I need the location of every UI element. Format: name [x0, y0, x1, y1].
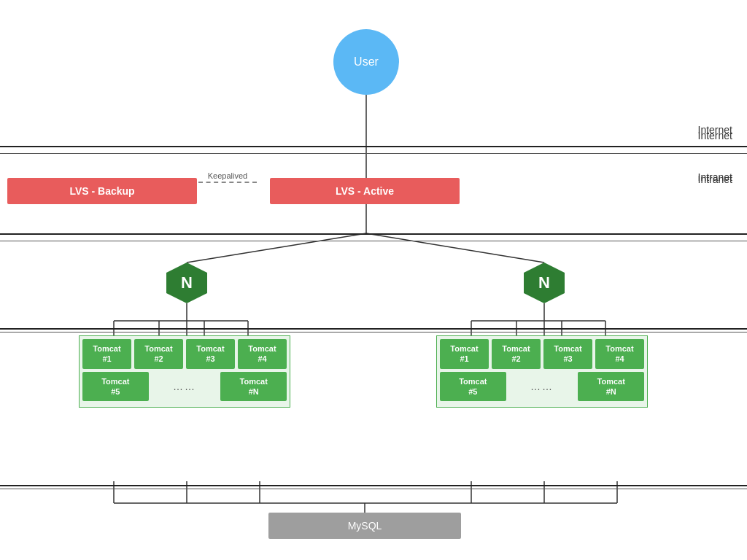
divider-tomcat-top	[0, 328, 747, 330]
divider-tomcat-bottom-2	[0, 489, 747, 489]
tomcat-left-group: Tomcat#1 Tomcat#2 Tomcat#3 Tomcat#4 Tomc…	[79, 335, 290, 408]
nginx-left-label: N	[181, 273, 193, 292]
divider-internet	[0, 146, 747, 147]
user-label: User	[354, 55, 379, 69]
nginx-right-node: N	[524, 262, 565, 303]
nginx-left-node: N	[166, 262, 207, 303]
tomcat-right-dots: ……	[509, 372, 576, 402]
divider-intranet	[0, 233, 747, 235]
svg-line-2	[187, 233, 366, 262]
tomcat-right-row1: Tomcat#1 Tomcat#2 Tomcat#3 Tomcat#4	[440, 339, 644, 369]
mysql-node: MySQL	[268, 513, 461, 539]
lvs-backup-node: LVS - Backup	[7, 178, 197, 204]
lvs-active-node: LVS - Active	[270, 178, 460, 204]
divider-tomcat-bottom	[0, 485, 747, 486]
intranet-zone-label: Intranet	[698, 174, 732, 185]
tomcat-right-row2: Tomcat#5 …… Tomcat#N	[440, 372, 644, 402]
tomcat-right-group: Tomcat#1 Tomcat#2 Tomcat#3 Tomcat#4 Tomc…	[436, 335, 648, 408]
tomcat-left-row2: Tomcat#5 …… Tomcat#N	[82, 372, 287, 402]
tomcat-left-5: Tomcat#5	[82, 372, 149, 402]
divider-intranet-2	[0, 241, 747, 241]
tomcat-right-5: Tomcat#5	[440, 372, 506, 402]
tomcat-left-1: Tomcat#1	[82, 339, 131, 369]
lvs-backup-label: LVS - Backup	[69, 185, 134, 197]
tomcat-left-2: Tomcat#2	[134, 339, 183, 369]
tomcat-left-dots: ……	[152, 372, 218, 402]
internet-zone-label: Internet	[698, 130, 732, 141]
tomcat-left-n: Tomcat#N	[220, 372, 287, 402]
nginx-right-label: N	[538, 273, 550, 292]
tomcat-left-3: Tomcat#3	[186, 339, 235, 369]
mysql-label: MySQL	[348, 520, 382, 532]
user-node: User	[333, 29, 399, 95]
tomcat-right-4: Tomcat#4	[595, 339, 644, 369]
tomcat-right-1: Tomcat#1	[440, 339, 489, 369]
tomcat-left-row1: Tomcat#1 Tomcat#2 Tomcat#3 Tomcat#4	[82, 339, 287, 369]
tomcat-right-2: Tomcat#2	[492, 339, 541, 369]
architecture-diagram: Internet Intranet User LVS - Backup Keep…	[0, 0, 747, 560]
keepalived-label: Keepalived	[198, 171, 257, 183]
divider-internet-2	[0, 153, 747, 154]
lvs-active-label: LVS - Active	[336, 185, 394, 197]
tomcat-right-n: Tomcat#N	[578, 372, 644, 402]
tomcat-right-3: Tomcat#3	[543, 339, 592, 369]
divider-tomcat-top-2	[0, 332, 747, 332]
svg-line-3	[366, 233, 544, 262]
tomcat-left-4: Tomcat#4	[238, 339, 287, 369]
